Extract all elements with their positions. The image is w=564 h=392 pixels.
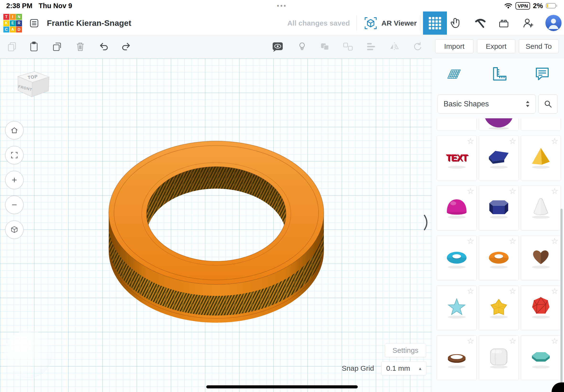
ruler-tool-button[interactable] xyxy=(490,65,509,84)
favorite-star-icon[interactable]: ☆ xyxy=(467,187,474,195)
search-shapes-button[interactable] xyxy=(538,94,558,113)
shape-cell-heart[interactable]: ☆ xyxy=(521,236,561,280)
panel-scrollbar[interactable] xyxy=(560,209,563,384)
send-to-button[interactable]: Send To xyxy=(519,40,559,53)
shape-cell-starfat[interactable]: ☆ xyxy=(479,285,519,330)
redo-button[interactable] xyxy=(120,40,132,53)
duplicate-button[interactable] xyxy=(51,40,64,53)
shape-cell-slab[interactable]: ☆ xyxy=(479,136,519,181)
shapes-scroll-area[interactable]: ☆TEXTTEXT☆☆☆☆☆☆☆☆☆☆☆☆☆☆☆ xyxy=(437,118,561,392)
vpn-badge: VPN xyxy=(515,2,530,10)
shape-cell-star[interactable]: ☆ xyxy=(437,285,477,330)
pickaxe-icon xyxy=(473,16,487,30)
import-button[interactable]: Import xyxy=(435,40,473,53)
ar-viewer-button[interactable]: AR Viewer xyxy=(363,12,417,35)
my-designs-button[interactable] xyxy=(28,12,40,35)
favorite-star-icon[interactable]: ☆ xyxy=(509,137,516,145)
app-header: TINKERCAD Frantic Kieran-Snaget All chan… xyxy=(0,12,564,35)
drop-to-workplane-button[interactable] xyxy=(411,40,424,53)
shape-cell-torus[interactable]: ☆ xyxy=(437,236,477,280)
chevron-right-icon xyxy=(423,214,430,231)
logo-tile: A xyxy=(10,27,16,32)
align-button[interactable] xyxy=(365,40,378,53)
settings-button[interactable]: Settings xyxy=(385,343,426,357)
tinkercad-logo[interactable]: TINKERCAD xyxy=(3,14,22,32)
snap-grid-dropdown[interactable]: 0.1 mm ▴ xyxy=(381,361,426,375)
favorite-star-icon[interactable]: ☆ xyxy=(467,137,474,145)
shape-cell-hexprism[interactable]: ☆ xyxy=(479,185,519,230)
favorite-star-icon[interactable]: ☆ xyxy=(467,336,474,345)
shape-cell-hexflat[interactable]: ☆ xyxy=(521,335,561,380)
fit-view-icon xyxy=(10,151,19,160)
favorite-star-icon[interactable]: ☆ xyxy=(551,287,558,295)
design-title[interactable]: Frantic Kieran-Snaget xyxy=(47,12,131,35)
shape-cell-ringthin[interactable]: ☆ xyxy=(437,335,477,380)
zoom-in-button[interactable] xyxy=(5,171,24,189)
shape-cell-cone[interactable]: ☆ xyxy=(521,185,561,230)
favorite-star-icon[interactable]: ☆ xyxy=(467,237,474,245)
minus-icon xyxy=(10,200,19,209)
export-button[interactable]: Export xyxy=(477,40,515,53)
mirror-button[interactable] xyxy=(388,40,400,53)
shape-cell-torus[interactable]: ☆ xyxy=(479,236,519,280)
home-icon xyxy=(10,126,19,135)
favorite-star-icon[interactable]: ☆ xyxy=(551,187,558,195)
viewport-3d[interactable]: TOP FRONT xyxy=(0,58,432,392)
undo-button[interactable] xyxy=(97,40,110,53)
perspective-toggle-button[interactable] xyxy=(5,220,24,239)
shape-cell-icosa[interactable]: ☆ xyxy=(521,285,561,330)
shape-category-dropdown[interactable]: Basic Shapes xyxy=(438,94,536,113)
minecraft-export-button[interactable] xyxy=(473,12,488,35)
group-icon xyxy=(319,41,331,52)
battery-percent: 2% xyxy=(533,2,543,10)
lightbulb-icon xyxy=(296,41,308,52)
shape-cell-blank[interactable] xyxy=(521,118,561,130)
ungroup-button[interactable] xyxy=(342,40,354,53)
shape-cell-blank[interactable] xyxy=(437,118,477,130)
ruler-icon xyxy=(491,66,508,83)
ring-model[interactable] xyxy=(105,138,327,329)
search-icon xyxy=(543,99,553,109)
snap-grid-label: Snap Grid xyxy=(318,361,374,375)
delete-button[interactable] xyxy=(74,40,86,53)
paste-button[interactable] xyxy=(28,40,40,53)
copy-icon xyxy=(6,41,18,52)
account-avatar[interactable] xyxy=(545,15,562,31)
tips-button[interactable] xyxy=(296,40,308,53)
view-cube[interactable]: TOP FRONT xyxy=(12,68,55,108)
favorite-star-icon[interactable]: ☆ xyxy=(509,237,516,245)
notes-tool-button[interactable] xyxy=(533,65,551,84)
zoom-out-button[interactable] xyxy=(5,196,24,214)
save-status: All changes saved xyxy=(287,12,350,35)
shape-cell-softcube[interactable]: ☆ xyxy=(479,335,519,380)
group-button[interactable] xyxy=(319,40,331,53)
undo-icon xyxy=(98,41,110,52)
show-all-button[interactable] xyxy=(272,40,284,53)
view-tiles-button[interactable] xyxy=(423,12,447,35)
ar-cube-icon xyxy=(363,16,378,31)
favorite-star-icon[interactable]: ☆ xyxy=(509,287,516,295)
favorite-star-icon[interactable]: ☆ xyxy=(551,237,558,245)
favorite-star-icon[interactable]: ☆ xyxy=(551,137,558,145)
battery-icon xyxy=(546,3,558,9)
favorite-star-icon[interactable]: ☆ xyxy=(467,287,474,295)
home-indicator[interactable] xyxy=(206,385,358,388)
share-invite-button[interactable] xyxy=(521,12,536,35)
status-bar: 2:38 PM Thu Nov 9 ••• VPN 2% xyxy=(0,0,564,12)
favorite-star-icon[interactable]: ☆ xyxy=(509,187,516,195)
divider xyxy=(420,15,420,31)
shape-cell-sphere-low[interactable]: ☆ xyxy=(479,118,519,130)
logo-tile: C xyxy=(3,27,9,32)
workplane-tool-button[interactable] xyxy=(444,65,463,84)
favorite-star-icon[interactable]: ☆ xyxy=(551,336,558,345)
shape-cell-pyramid[interactable]: ☆ xyxy=(521,136,561,181)
fit-view-button[interactable] xyxy=(5,146,24,165)
collapse-panel-button[interactable] xyxy=(423,213,431,232)
shape-cell-dome[interactable]: ☆ xyxy=(437,185,477,230)
shape-cell-text[interactable]: TEXTTEXT☆ xyxy=(437,136,477,181)
brick-export-button[interactable] xyxy=(496,12,511,35)
favorite-star-icon[interactable]: ☆ xyxy=(509,336,516,345)
home-view-button[interactable] xyxy=(5,121,24,140)
copy-button[interactable] xyxy=(6,40,18,53)
gesture-hint-button[interactable] xyxy=(448,12,464,35)
